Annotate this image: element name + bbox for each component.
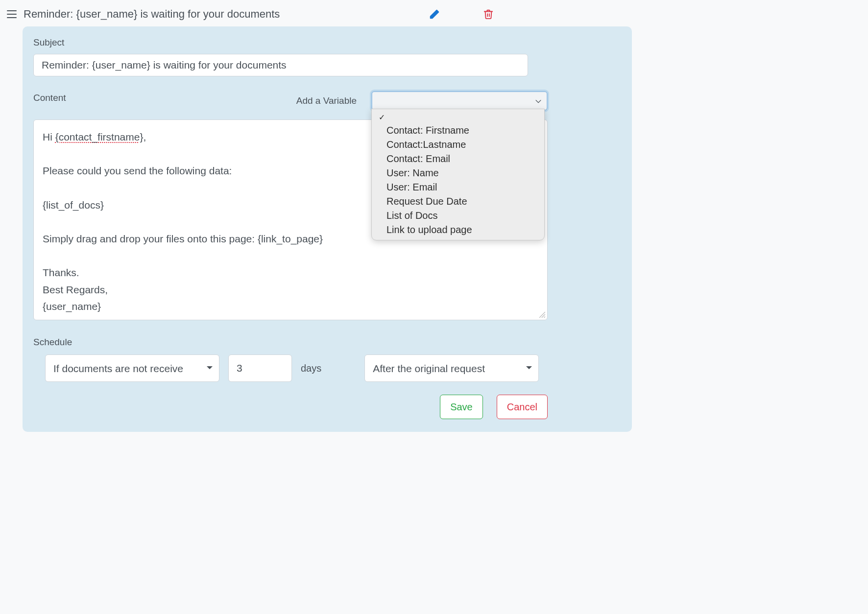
dropdown-option[interactable]: Link to upload page xyxy=(372,223,544,237)
dropdown-option-label: Link to upload page xyxy=(386,224,472,236)
dropdown-option[interactable]: Contact:Lastname xyxy=(372,138,544,152)
dropdown-option[interactable]: Contact: Email xyxy=(372,152,544,166)
schedule-condition-select[interactable]: If documents are not receive xyxy=(45,354,219,382)
variable-select[interactable] xyxy=(371,91,548,111)
delete-button[interactable] xyxy=(481,7,496,22)
subject-input[interactable] xyxy=(33,54,528,76)
pencil-icon xyxy=(429,9,440,20)
trash-icon xyxy=(483,9,494,20)
cancel-button[interactable]: Cancel xyxy=(497,395,548,419)
dropdown-option[interactable]: List of Docs xyxy=(372,209,544,223)
add-variable-label: Add a Variable xyxy=(296,95,357,106)
dropdown-option-label: User: Name xyxy=(386,167,439,179)
check-icon: ✓ xyxy=(377,113,386,122)
schedule-label: Schedule xyxy=(33,337,621,348)
save-button[interactable]: Save xyxy=(440,395,483,419)
dropdown-option-label: Contact:Lastname xyxy=(386,139,466,150)
dropdown-option[interactable]: User: Email xyxy=(372,180,544,194)
schedule-timing-select[interactable]: After the original request xyxy=(364,354,539,382)
edit-button[interactable] xyxy=(427,7,442,22)
dropdown-option-label: User: Email xyxy=(386,182,437,193)
hamburger-icon[interactable] xyxy=(7,10,17,18)
dropdown-option[interactable]: Contact: Firstname xyxy=(372,123,544,138)
schedule-days-input[interactable] xyxy=(228,354,292,382)
reminder-card: Subject Content Add a Variable ✓ Contact… xyxy=(23,26,632,432)
dropdown-option-label: Contact: Firstname xyxy=(386,125,469,136)
spellcheck-underline: {contact_firstname} xyxy=(55,131,144,142)
dropdown-option[interactable]: User: Name xyxy=(372,166,544,180)
days-label: days xyxy=(301,363,321,374)
variable-dropdown[interactable]: ✓ Contact: Firstname Contact:Lastname Co… xyxy=(371,109,545,240)
dropdown-option-label: Contact: Email xyxy=(386,153,450,165)
subject-label: Subject xyxy=(33,37,621,48)
dropdown-option[interactable]: Request Due Date xyxy=(372,194,544,209)
header-row: Reminder: {user_name} is waiting for you… xyxy=(0,0,637,26)
dropdown-option-blank[interactable]: ✓ xyxy=(372,111,544,123)
page-title: Reminder: {user_name} is waiting for you… xyxy=(24,8,420,21)
dropdown-option-label: List of Docs xyxy=(386,210,437,221)
dropdown-option-label: Request Due Date xyxy=(386,196,467,207)
content-label: Content xyxy=(33,93,287,103)
chevron-down-icon xyxy=(535,98,542,105)
